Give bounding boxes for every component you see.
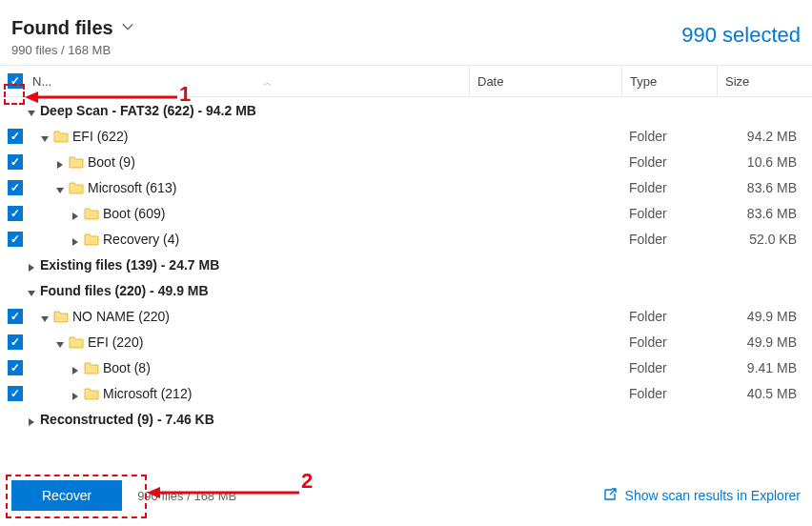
table-header: N... ︿ Date Type Size (0, 65, 812, 97)
row-size: 94.2 MB (717, 123, 812, 149)
folder-icon (84, 361, 99, 374)
row-name: EFI (220) (88, 334, 143, 350)
chevron-down-icon (121, 20, 134, 36)
selected-count: 990 selected (681, 17, 801, 48)
group-row[interactable]: Existing files (139) - 24.7 MB (0, 252, 812, 277)
row-type: Folder (621, 329, 717, 354)
triangle-down-icon[interactable] (27, 106, 36, 115)
select-all-cell (0, 73, 27, 89)
row-checkbox[interactable] (8, 309, 23, 324)
folder-icon (84, 233, 99, 246)
row-checkbox[interactable] (8, 206, 23, 221)
group-label: Existing files (139) - 24.7 MB (40, 257, 219, 273)
table-row[interactable]: Boot (609)Folder83.6 MB (0, 200, 812, 226)
table-row[interactable]: Boot (9)Folder10.6 MB (0, 149, 812, 174)
footer: Recover 990 files / 168 MB Show scan res… (0, 480, 812, 511)
group-row[interactable]: Found files (220) - 49.9 MB (0, 277, 812, 303)
folder-icon (53, 130, 69, 143)
folder-icon (69, 181, 84, 194)
row-checkbox[interactable] (8, 180, 23, 195)
row-name: Boot (9) (88, 154, 135, 170)
row-type: Folder (621, 380, 717, 406)
triangle-right-icon[interactable] (27, 260, 36, 270)
row-type: Folder (621, 354, 717, 380)
row-type: Folder (621, 149, 717, 174)
table-row[interactable]: EFI (622)Folder94.2 MB (0, 123, 812, 149)
show-in-explorer-link[interactable]: Show scan results in Explorer (602, 487, 801, 505)
row-checkbox[interactable] (8, 232, 23, 247)
row-size: 83.6 MB (717, 200, 812, 226)
page-title: Found files (11, 17, 113, 39)
triangle-down-icon[interactable] (40, 312, 50, 321)
row-size: 83.6 MB (717, 174, 812, 200)
triangle-down-icon[interactable] (27, 286, 36, 295)
triangle-down-icon[interactable] (40, 132, 50, 141)
triangle-right-icon[interactable] (55, 157, 65, 167)
column-size[interactable]: Size (717, 66, 812, 96)
triangle-down-icon[interactable] (55, 337, 65, 347)
row-type: Folder (621, 200, 717, 226)
triangle-down-icon[interactable] (55, 183, 65, 192)
folder-icon (53, 310, 69, 323)
row-checkbox[interactable] (8, 360, 23, 375)
table-row[interactable]: Microsoft (613)Folder83.6 MB (0, 174, 812, 200)
footer-summary: 990 files / 168 MB (137, 489, 236, 503)
row-size: 49.9 MB (717, 303, 812, 329)
row-size: 49.9 MB (717, 329, 812, 354)
footer-link-label: Show scan results in Explorer (625, 488, 801, 503)
column-name-label: N... (32, 74, 51, 89)
header: Found files 990 files / 168 MB 990 selec… (0, 0, 812, 65)
table-row[interactable]: NO NAME (220)Folder49.9 MB (0, 303, 812, 329)
group-label: Found files (220) - 49.9 MB (40, 283, 209, 298)
table-row[interactable]: Microsoft (212)Folder40.5 MB (0, 380, 812, 406)
group-label: Reconstructed (9) - 7.46 KB (40, 412, 214, 427)
row-type: Folder (621, 303, 717, 329)
row-type: Folder (621, 174, 717, 200)
row-size: 40.5 MB (717, 380, 812, 406)
column-name[interactable]: N... ︿ (27, 74, 469, 89)
column-type[interactable]: Type (621, 66, 717, 96)
row-size: 52.0 KB (717, 226, 812, 252)
row-checkbox[interactable] (8, 334, 23, 350)
header-left: Found files 990 files / 168 MB (11, 17, 134, 57)
triangle-right-icon[interactable] (71, 363, 80, 373)
group-row[interactable]: Deep Scan - FAT32 (622) - 94.2 MB (0, 97, 812, 123)
triangle-right-icon[interactable] (71, 389, 80, 398)
table-row[interactable]: EFI (220)Folder49.9 MB (0, 329, 812, 354)
table-row[interactable]: Boot (8)Folder9.41 MB (0, 354, 812, 380)
folder-icon (84, 387, 99, 400)
row-name: EFI (622) (72, 129, 128, 144)
column-date[interactable]: Date (469, 66, 621, 96)
title-dropdown[interactable]: Found files (11, 17, 134, 39)
row-checkbox[interactable] (8, 386, 23, 401)
header-subtitle: 990 files / 168 MB (11, 43, 134, 57)
recover-button[interactable]: Recover (11, 480, 122, 511)
row-checkbox[interactable] (8, 154, 23, 170)
row-checkbox[interactable] (8, 129, 23, 144)
row-type: Folder (621, 123, 717, 149)
row-type: Folder (621, 226, 717, 252)
triangle-right-icon[interactable] (71, 209, 80, 218)
group-label: Deep Scan - FAT32 (622) - 94.2 MB (40, 103, 256, 118)
table-row[interactable]: Recovery (4)Folder52.0 KB (0, 226, 812, 252)
row-name: Boot (609) (103, 206, 165, 221)
triangle-right-icon[interactable] (27, 415, 36, 424)
row-name: Boot (8) (103, 360, 151, 375)
group-row[interactable]: Reconstructed (9) - 7.46 KB (0, 406, 812, 432)
select-all-checkbox[interactable] (8, 73, 23, 89)
row-name: Microsoft (212) (103, 386, 192, 401)
folder-icon (69, 335, 84, 349)
folder-icon (69, 155, 84, 169)
row-name: NO NAME (220) (72, 309, 170, 324)
sort-caret-icon: ︿ (263, 76, 273, 90)
row-name: Microsoft (613) (88, 180, 176, 195)
row-size: 10.6 MB (717, 149, 812, 174)
folder-icon (84, 207, 99, 220)
external-link-icon (602, 487, 618, 505)
row-size: 9.41 MB (717, 354, 812, 380)
row-name: Recovery (4) (103, 232, 179, 247)
triangle-right-icon[interactable] (71, 234, 80, 244)
